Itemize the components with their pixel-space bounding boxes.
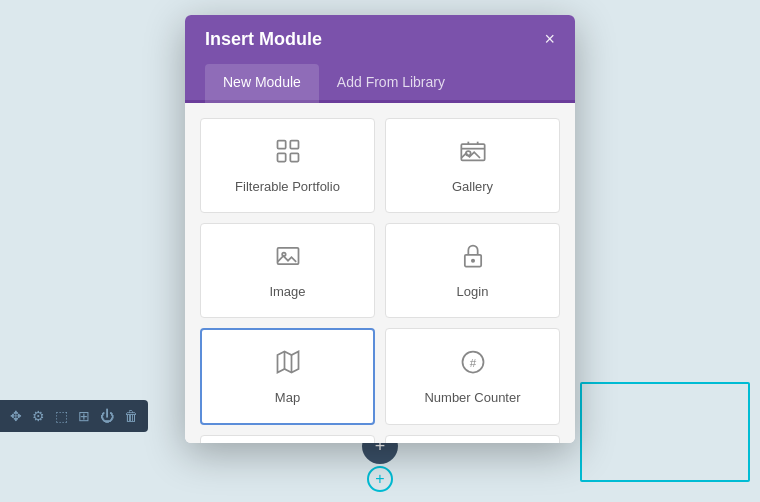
module-number-counter[interactable]: # Number Counter <box>385 328 560 425</box>
svg-marker-10 <box>277 352 298 373</box>
svg-rect-0 <box>277 141 285 149</box>
settings-icon[interactable]: ⚙ <box>32 408 45 424</box>
image-label: Image <box>269 284 305 299</box>
svg-point-9 <box>471 260 473 262</box>
module-grid: Filterable Portfolio Gallery <box>185 103 575 443</box>
add-section-button[interactable]: + <box>367 466 393 492</box>
trash-icon[interactable]: 🗑 <box>124 408 138 424</box>
module-map[interactable]: Map <box>200 328 375 425</box>
number-counter-icon: # <box>459 348 487 382</box>
module-toolbar: ✥ ⚙ ⬚ ⊞ ⏻ 🗑 <box>0 400 148 432</box>
svg-text:#: # <box>469 356 476 369</box>
tab-new-module[interactable]: New Module <box>205 64 319 103</box>
filterable-portfolio-icon <box>274 137 302 171</box>
module-portfolio[interactable]: Portfolio <box>385 435 560 443</box>
image-icon <box>274 242 302 276</box>
gallery-label: Gallery <box>452 179 493 194</box>
map-icon <box>274 348 302 382</box>
svg-rect-1 <box>290 141 298 149</box>
module-gallery[interactable]: Gallery <box>385 118 560 213</box>
modal-title: Insert Module <box>205 29 322 50</box>
svg-rect-2 <box>277 153 285 161</box>
modal-header: Insert Module × <box>185 15 575 64</box>
module-login[interactable]: Login <box>385 223 560 318</box>
module-person[interactable]: Person <box>200 435 375 443</box>
power-icon[interactable]: ⏻ <box>100 408 114 424</box>
duplicate-icon[interactable]: ⬚ <box>55 408 68 424</box>
tab-add-from-library[interactable]: Add From Library <box>319 64 463 103</box>
gallery-icon <box>459 137 487 171</box>
move-icon[interactable]: ✥ <box>10 408 22 424</box>
map-label: Map <box>275 390 300 405</box>
login-label: Login <box>457 284 489 299</box>
modal-tabs: New Module Add From Library <box>185 64 575 103</box>
filterable-portfolio-label: Filterable Portfolio <box>235 179 340 194</box>
login-icon <box>459 242 487 276</box>
number-counter-label: Number Counter <box>424 390 520 405</box>
teal-content-box <box>580 382 750 482</box>
svg-rect-3 <box>290 153 298 161</box>
grid-icon[interactable]: ⊞ <box>78 408 90 424</box>
close-button[interactable]: × <box>544 29 555 50</box>
module-filterable-portfolio[interactable]: Filterable Portfolio <box>200 118 375 213</box>
module-image[interactable]: Image <box>200 223 375 318</box>
insert-module-modal: Insert Module × New Module Add From Libr… <box>185 15 575 443</box>
